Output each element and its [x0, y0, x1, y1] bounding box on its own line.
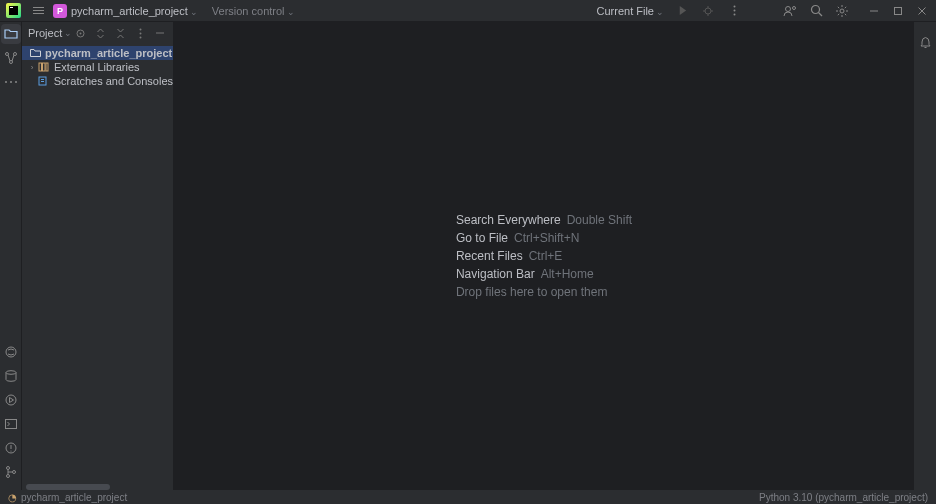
external-libraries-row[interactable]: › External Libraries	[22, 60, 173, 74]
maximize-window-icon[interactable]	[890, 3, 906, 19]
status-project-name[interactable]: pycharm_article_project	[21, 492, 127, 503]
project-panel: Project⌄ pycharm_article_project C:\User…	[22, 22, 174, 490]
svg-point-8	[733, 10, 735, 12]
version-control-tool-icon[interactable]	[1, 462, 21, 482]
svg-point-36	[12, 471, 15, 474]
svg-rect-16	[895, 7, 902, 14]
svg-line-13	[818, 13, 822, 17]
notifications-icon[interactable]	[915, 32, 935, 52]
project-badge: P	[53, 4, 67, 18]
svg-rect-30	[5, 420, 16, 429]
project-name-dropdown[interactable]: pycharm_article_project⌄	[71, 5, 198, 17]
editor-area[interactable]: Search EverywhereDouble Shift Go to File…	[174, 22, 914, 490]
svg-rect-43	[39, 63, 42, 71]
svg-rect-45	[46, 63, 48, 71]
project-tool-icon[interactable]	[1, 24, 21, 44]
project-tree: pycharm_article_project C:\Users\P › Ext…	[22, 44, 173, 90]
svg-point-24	[5, 81, 7, 83]
collapse-all-icon[interactable]	[112, 25, 128, 41]
svg-point-29	[6, 395, 16, 405]
close-window-icon[interactable]	[914, 3, 930, 19]
svg-line-22	[8, 55, 10, 61]
hide-panel-icon[interactable]	[152, 25, 168, 41]
folder-icon	[30, 48, 41, 58]
python-console-tool-icon[interactable]	[1, 366, 21, 386]
run-config-dropdown[interactable]: Current File⌄	[597, 5, 664, 17]
problems-tool-icon[interactable]	[1, 438, 21, 458]
hint-drop-files: Drop files here to open them	[456, 285, 632, 299]
search-everywhere-icon[interactable]	[808, 3, 824, 19]
library-icon	[38, 62, 50, 72]
python-packages-tool-icon[interactable]	[1, 342, 21, 362]
svg-line-23	[12, 55, 14, 61]
right-tool-rail	[914, 22, 936, 490]
title-bar: P pycharm_article_project⌄ Version contr…	[0, 0, 936, 22]
svg-point-41	[139, 36, 141, 38]
svg-point-25	[10, 81, 12, 83]
svg-point-33	[10, 450, 11, 451]
svg-point-40	[139, 32, 141, 34]
status-bar: ◔ pycharm_article_project Python 3.10 (p…	[0, 490, 936, 504]
project-panel-title[interactable]: Project	[28, 27, 62, 39]
structure-tool-icon[interactable]	[1, 48, 21, 68]
main-menu-icon[interactable]	[31, 7, 45, 14]
tree-root-row[interactable]: pycharm_article_project C:\Users\P	[22, 46, 173, 60]
select-opened-file-icon[interactable]	[72, 25, 88, 41]
hint-recent-files[interactable]: Recent FilesCtrl+E	[456, 249, 632, 263]
expand-all-icon[interactable]	[92, 25, 108, 41]
code-with-me-icon[interactable]	[782, 3, 798, 19]
services-tool-icon[interactable]	[1, 390, 21, 410]
svg-point-28	[6, 371, 16, 375]
svg-point-10	[786, 6, 791, 11]
scratches-icon	[38, 76, 50, 86]
more-tools-icon[interactable]	[1, 72, 21, 92]
debug-icon[interactable]	[700, 3, 716, 19]
svg-point-34	[6, 467, 9, 470]
svg-point-14	[840, 9, 844, 13]
svg-rect-44	[43, 63, 46, 71]
pycharm-logo-icon	[6, 3, 21, 18]
tree-root-name: pycharm_article_project	[45, 47, 172, 59]
hint-goto-file[interactable]: Go to FileCtrl+Shift+N	[456, 231, 632, 245]
svg-point-38	[79, 32, 81, 34]
editor-welcome-hints: Search EverywhereDouble Shift Go to File…	[456, 209, 632, 303]
svg-point-7	[733, 6, 735, 8]
more-icon[interactable]	[726, 3, 742, 19]
left-tool-rail	[0, 22, 22, 490]
svg-point-9	[733, 14, 735, 16]
svg-point-26	[15, 81, 17, 83]
svg-point-35	[6, 475, 9, 478]
hint-search-everywhere[interactable]: Search EverywhereDouble Shift	[456, 213, 632, 227]
settings-icon[interactable]	[834, 3, 850, 19]
panel-options-icon[interactable]	[132, 25, 148, 41]
scratches-row[interactable]: Scratches and Consoles	[22, 74, 173, 88]
svg-point-11	[793, 6, 796, 9]
progress-indicator-icon[interactable]: ◔	[8, 492, 17, 503]
status-interpreter[interactable]: Python 3.10 (pycharm_article_project)	[759, 492, 928, 503]
terminal-tool-icon[interactable]	[1, 414, 21, 434]
svg-point-39	[139, 28, 141, 30]
svg-point-12	[811, 6, 819, 14]
run-icon[interactable]	[674, 3, 690, 19]
svg-point-2	[705, 8, 711, 14]
minimize-window-icon[interactable]	[866, 3, 882, 19]
version-control-dropdown[interactable]: Version control⌄	[212, 5, 295, 17]
svg-rect-1	[10, 7, 13, 8]
hint-navigation-bar[interactable]: Navigation BarAlt+Home	[456, 267, 632, 281]
